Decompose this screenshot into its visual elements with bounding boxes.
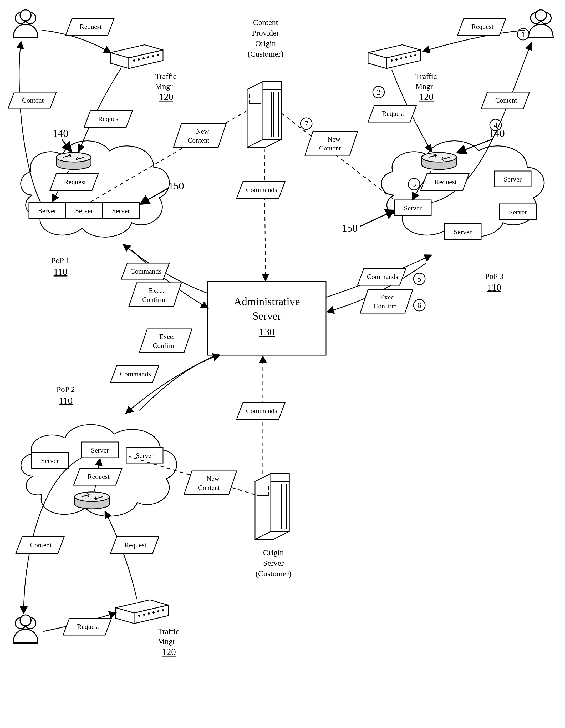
svg-text:Request: Request bbox=[382, 110, 404, 117]
origin-top-icon bbox=[247, 82, 281, 147]
msg-exec-confirm: Exec. Confirm bbox=[139, 329, 192, 353]
pop2-label: PoP 2 bbox=[57, 385, 75, 394]
dashed-line bbox=[281, 113, 394, 200]
admin-line2: Server bbox=[253, 310, 281, 322]
origin-bottom-icon bbox=[255, 474, 289, 539]
msg-exec-confirm: Exec. Confirm bbox=[360, 289, 413, 313]
msg-request: Request bbox=[421, 174, 469, 190]
svg-text:Exec.: Exec. bbox=[149, 287, 164, 294]
arrow bbox=[105, 512, 137, 599]
svg-text:Request: Request bbox=[124, 541, 147, 549]
lb-pop2 bbox=[75, 492, 109, 509]
svg-text:Confirm: Confirm bbox=[153, 342, 176, 349]
msg-commands: Commands bbox=[121, 263, 169, 280]
ref-150-right: 150 bbox=[342, 222, 357, 234]
svg-text:Exec.: Exec. bbox=[380, 293, 395, 301]
step-6: 6 bbox=[413, 299, 425, 311]
svg-text:Commands: Commands bbox=[367, 273, 398, 280]
server-label: Server bbox=[504, 175, 522, 183]
ref-140-left: 140 bbox=[53, 127, 68, 139]
users-bottom-left bbox=[13, 615, 38, 643]
tm-bottom bbox=[116, 600, 168, 624]
msg-new-content: New Content bbox=[184, 471, 237, 495]
step-4: 4 bbox=[490, 119, 501, 131]
tm-top-left bbox=[110, 45, 163, 68]
lb-pop3 bbox=[422, 153, 456, 169]
msg-request: Request bbox=[84, 111, 133, 127]
tm2-l1: Traffic bbox=[158, 627, 179, 636]
svg-text:New: New bbox=[327, 135, 340, 143]
svg-text:Request: Request bbox=[64, 178, 86, 186]
server-label: Server bbox=[509, 208, 527, 216]
msg-request: Request bbox=[63, 618, 112, 635]
svg-text:Exec.: Exec. bbox=[159, 333, 175, 340]
origin-bot-l3: (Customer) bbox=[256, 569, 291, 578]
svg-text:Commands: Commands bbox=[246, 407, 277, 415]
msg-commands: Commands bbox=[237, 182, 285, 198]
pop2-ref: 110 bbox=[59, 395, 73, 406]
arrow bbox=[126, 355, 216, 413]
svg-text:New: New bbox=[196, 128, 209, 135]
msg-request: Request bbox=[368, 105, 416, 122]
msg-new-content: New Content bbox=[174, 124, 226, 147]
origin-top-l4: (Customer) bbox=[248, 49, 284, 58]
msg-exec-confirm: Exec. Confirm bbox=[129, 283, 182, 307]
msg-commands: Commands bbox=[237, 403, 285, 419]
msg-content: Content bbox=[8, 92, 56, 109]
server-label: Server bbox=[75, 207, 93, 215]
server-label: Server bbox=[454, 228, 472, 236]
msg-content: Content bbox=[16, 537, 64, 554]
server-label: Server bbox=[38, 207, 56, 215]
pop1-ref: 110 bbox=[54, 267, 68, 277]
msg-request: Request bbox=[74, 468, 122, 485]
msg-request: Request bbox=[50, 174, 98, 190]
msg-request: Request bbox=[457, 18, 506, 35]
msg-request: Request bbox=[66, 18, 114, 35]
svg-text:Request: Request bbox=[98, 115, 120, 123]
server-label: Server bbox=[136, 452, 154, 459]
svg-text:Request: Request bbox=[77, 623, 99, 630]
pop1-label: PoP 1 bbox=[51, 256, 70, 265]
msg-commands: Commands bbox=[110, 366, 159, 383]
svg-text:Commands: Commands bbox=[130, 268, 162, 275]
admin-line1: Administrative bbox=[234, 295, 300, 308]
svg-text:Confirm: Confirm bbox=[373, 302, 397, 310]
svg-text:Request: Request bbox=[88, 473, 110, 480]
step-2: 2 bbox=[373, 86, 384, 98]
server-label: Server bbox=[112, 207, 130, 215]
server-label: Server bbox=[41, 457, 59, 465]
lb-pop1 bbox=[56, 153, 91, 169]
svg-text:2: 2 bbox=[377, 88, 381, 96]
origin-top-l1: Content bbox=[253, 18, 279, 27]
msg-new-content: New Content bbox=[305, 132, 357, 155]
admin-ref: 130 bbox=[259, 326, 275, 338]
tm1-l2: Mngr bbox=[155, 82, 173, 91]
svg-text:Content: Content bbox=[30, 541, 52, 549]
origin-bot-l2: Server bbox=[263, 559, 284, 567]
svg-text:Content: Content bbox=[495, 97, 517, 104]
svg-text:Request: Request bbox=[435, 178, 457, 186]
svg-text:Commands: Commands bbox=[120, 370, 151, 378]
pop1-servers: Server Server Server bbox=[29, 203, 139, 218]
tm2-ref: 120 bbox=[162, 647, 176, 657]
svg-text:Confirm: Confirm bbox=[142, 296, 165, 303]
msg-content: Content bbox=[481, 92, 529, 109]
svg-text:4: 4 bbox=[494, 121, 498, 129]
svg-text:6: 6 bbox=[417, 301, 421, 309]
svg-text:Request: Request bbox=[471, 23, 494, 31]
tm-top-right bbox=[368, 45, 421, 68]
tm3-l2: Mngr bbox=[415, 82, 433, 91]
tm2-l2: Mngr bbox=[158, 637, 175, 646]
svg-text:Content: Content bbox=[198, 484, 220, 491]
svg-text:1: 1 bbox=[521, 30, 525, 38]
msg-request: Request bbox=[110, 537, 159, 554]
svg-text:New: New bbox=[207, 475, 219, 483]
svg-text:Content: Content bbox=[319, 144, 341, 152]
svg-text:7: 7 bbox=[304, 119, 308, 128]
admin-server: Administrative Server 130 bbox=[208, 282, 326, 355]
origin-top-l2: Provider bbox=[252, 28, 279, 37]
step-3: 3 bbox=[408, 178, 420, 190]
server-label: Server bbox=[91, 446, 109, 454]
svg-text:Commands: Commands bbox=[246, 186, 277, 194]
server-label: Server bbox=[404, 204, 422, 212]
